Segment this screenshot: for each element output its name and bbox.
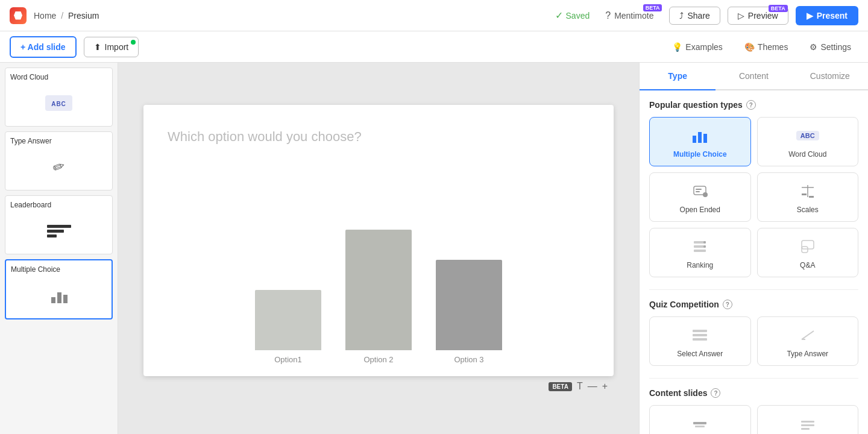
svg-rect-9 [696, 191, 700, 192]
saved-status: ✓ Saved [555, 10, 590, 21]
tab-type[interactable]: Type [640, 63, 715, 90]
examples-button[interactable]: 💡 Examples [665, 39, 729, 55]
chart-bar-group: Option 2 [345, 230, 412, 364]
slide-preview [10, 213, 107, 249]
ranking-icon [689, 236, 711, 257]
svg-rect-2 [63, 295, 68, 303]
type-card-open-ended[interactable]: Open Ended [649, 172, 751, 222]
svg-rect-16 [694, 250, 706, 252]
svg-rect-13 [809, 196, 814, 198]
quiz-types-grid: Select Answer Type Answer [649, 316, 858, 366]
svg-rect-12 [802, 193, 807, 195]
svg-rect-29 [801, 424, 814, 426]
svg-rect-0 [51, 297, 55, 303]
svg-rect-20 [802, 247, 808, 253]
type-card-multiple-choice[interactable]: Multiple Choice [649, 117, 751, 166]
gear-icon: ⚙ [810, 42, 817, 52]
tab-customize[interactable]: Customize [792, 63, 868, 90]
slide-canvas: Which option would you choose? Option1 O… [143, 105, 614, 376]
scales-icon [797, 180, 819, 202]
slide-item[interactable]: 3 Leaderboard [5, 195, 113, 254]
heading-icon [689, 413, 711, 434]
right-tabs: Type Content Customize [640, 63, 868, 90]
pencil-icon: ✏ [50, 157, 67, 177]
present-button[interactable]: ▶ Present [796, 6, 858, 25]
right-panel-content: Popular question types ? Multiple Choice [640, 90, 868, 434]
type-card-paragraph[interactable]: Paragraph [757, 405, 859, 434]
add-slide-button[interactable]: + Add slide [10, 36, 77, 58]
mentimote-button[interactable]: ? Mentimote BETA [597, 7, 662, 25]
slide-item[interactable]: 4 Multiple Choice [5, 259, 113, 319]
svg-rect-26 [693, 422, 706, 424]
chart-bar [436, 260, 502, 350]
type-card-word-cloud[interactable]: ABC Word Cloud [757, 117, 859, 166]
chart-bar-group: Option1 [255, 290, 321, 364]
main-area: 1 Word Cloud ABC 2 Type Answer ✏ 3 Leade… [0, 63, 868, 434]
divider [649, 378, 858, 379]
svg-rect-22 [693, 334, 707, 336]
svg-rect-5 [703, 134, 707, 143]
share-icon: ⤴ [679, 11, 684, 20]
type-card-type-answer[interactable]: Type Answer [757, 316, 859, 366]
slide-item[interactable]: 2 Type Answer ✏ [5, 131, 113, 190]
help-icon[interactable]: ? [746, 100, 756, 110]
canvas-question: Which option would you choose? [168, 129, 362, 145]
svg-rect-1 [57, 292, 61, 303]
minus-tool[interactable]: — [588, 381, 597, 392]
type-card-select-answer[interactable]: Select Answer [649, 316, 751, 366]
svg-rect-4 [698, 132, 702, 143]
breadcrumb: Home / Presium [34, 11, 99, 20]
svg-point-18 [703, 245, 706, 248]
type-card-qa[interactable]: Q&A [757, 228, 859, 277]
canvas-tools: BETA T — + [143, 381, 614, 392]
help-icon[interactable]: ? [723, 300, 732, 309]
chart-area: Option1 Option 2 Option 3 [168, 169, 590, 364]
top-navigation: Home / Presium ✓ Saved ? Mentimote BETA … [0, 0, 868, 31]
chart-label: Option1 [274, 355, 302, 364]
select-answer-icon [689, 324, 711, 346]
svg-rect-23 [693, 338, 707, 341]
chart-bar [255, 290, 321, 350]
type-card-heading[interactable]: Heading [649, 405, 751, 434]
preview-button[interactable]: ▷ Preview BETA [728, 7, 788, 25]
popular-types-title: Popular question types ? [649, 100, 858, 110]
slide-preview: ✏ [10, 149, 107, 185]
import-button[interactable]: ⬆ Import [84, 37, 139, 57]
chart-label: Option 3 [454, 355, 483, 364]
content-types-grid: Heading Paragraph [649, 405, 858, 434]
content-section-title: Content slides ? [649, 388, 858, 398]
word-cloud-icon: ABC [797, 125, 819, 146]
svg-rect-27 [695, 426, 705, 427]
help-icon[interactable]: ? [711, 388, 720, 398]
svg-rect-28 [801, 421, 814, 423]
settings-button[interactable]: ⚙ Settings [802, 39, 858, 55]
canvas-area: Which option would you choose? Option1 O… [118, 63, 639, 434]
bar-chart-icon [689, 125, 711, 146]
type-card-scales[interactable]: Scales [757, 172, 859, 222]
import-notification-dot [131, 40, 136, 45]
svg-rect-30 [801, 428, 810, 430]
svg-rect-3 [693, 136, 696, 143]
play-icon: ▶ [807, 11, 813, 20]
slide-preview: ABC [10, 85, 107, 121]
plus-tool[interactable]: + [602, 381, 608, 392]
app-logo [10, 7, 27, 24]
slide-item[interactable]: 1 Word Cloud ABC [5, 68, 113, 127]
themes-button[interactable]: 🎨 Themes [737, 39, 796, 55]
quiz-section-title: Quiz Competition ? [649, 300, 858, 309]
type-card-ranking[interactable]: Ranking [649, 228, 751, 277]
open-ended-icon [689, 180, 711, 202]
beta-tag: BETA [549, 382, 571, 391]
svg-point-17 [703, 241, 706, 244]
svg-line-24 [802, 331, 814, 339]
right-panel: Type Content Customize Popular question … [639, 63, 868, 434]
upload-icon: ⬆ [94, 42, 101, 52]
share-button[interactable]: ⤴ Share [669, 7, 720, 25]
leaderboard-icon [47, 225, 71, 237]
svg-rect-21 [693, 330, 707, 332]
tab-content[interactable]: Content [715, 63, 791, 90]
bar-chart-icon [50, 286, 68, 304]
qa-icon [797, 236, 819, 257]
chart-bar [345, 230, 412, 350]
text-tool-icon[interactable]: T [577, 381, 583, 392]
